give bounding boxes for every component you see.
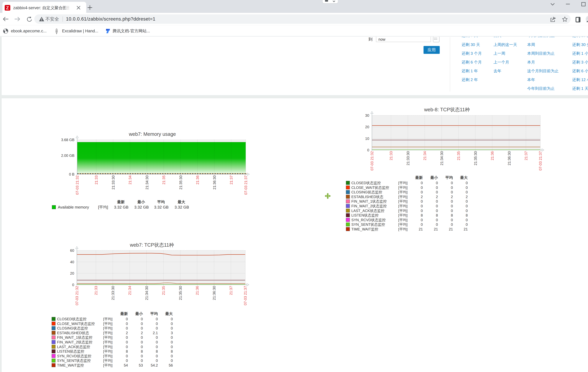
svg-text:21:34:30: 21:34:30: [145, 286, 149, 300]
svg-text:[平均]: [平均]: [103, 354, 112, 358]
svg-text:0: 0: [156, 322, 158, 326]
svg-text:0: 0: [451, 190, 453, 194]
svg-text:3.32 GB: 3.32 GB: [154, 205, 168, 209]
svg-text:21:36:30: 21:36:30: [507, 151, 511, 165]
svg-text:21: 21: [449, 227, 453, 231]
svg-text:0: 0: [436, 222, 438, 227]
svg-text:2: 2: [421, 195, 423, 199]
svg-text:0: 0: [421, 222, 423, 227]
svg-text:07-03 21:37: 07-03 21:37: [243, 286, 247, 305]
svg-text:0: 0: [126, 335, 128, 340]
svg-text:0: 0: [436, 181, 438, 185]
svg-text:53: 53: [139, 363, 143, 367]
svg-text:07-03 21:32: 07-03 21:32: [75, 176, 79, 195]
svg-text:8: 8: [141, 349, 143, 353]
svg-text:[平均]: [平均]: [398, 186, 408, 190]
svg-text:CLOSING状态监控: CLOSING状态监控: [351, 190, 382, 194]
svg-text:TIME_WAIT监控: TIME_WAIT监控: [57, 363, 84, 367]
svg-text:0: 0: [466, 218, 468, 222]
svg-text:0: 0: [156, 354, 158, 358]
svg-text:07-03 21:32: 07-03 21:32: [370, 151, 374, 171]
svg-text:[平均]: [平均]: [103, 359, 112, 363]
svg-text:[平均]: [平均]: [103, 335, 112, 340]
svg-text:[平均]: [平均]: [103, 340, 112, 344]
svg-text:21:36: 21:36: [196, 176, 200, 185]
svg-text:0: 0: [436, 209, 438, 213]
svg-text:20: 20: [365, 125, 369, 129]
svg-text:21: 21: [464, 227, 468, 231]
svg-text:[平均]: [平均]: [398, 204, 408, 208]
svg-text:21:37: 21:37: [229, 286, 233, 295]
svg-text:21: 21: [434, 227, 438, 231]
svg-text:LISTEN状态监控: LISTEN状态监控: [57, 349, 84, 353]
svg-text:CLOSED状态监控: CLOSED状态监控: [57, 317, 86, 321]
svg-text:0: 0: [156, 340, 158, 344]
svg-text:21:35:30: 21:35:30: [178, 286, 182, 300]
svg-text:10: 10: [365, 136, 369, 141]
svg-text:最新: 最新: [415, 176, 423, 180]
svg-text:0: 0: [451, 209, 453, 213]
svg-text:2: 2: [436, 195, 438, 199]
svg-text:0 B: 0 B: [69, 172, 74, 176]
svg-text:2: 2: [141, 331, 143, 335]
svg-text:21:36: 21:36: [195, 286, 199, 295]
svg-text:21:33: 21:33: [94, 176, 98, 185]
svg-text:0: 0: [156, 317, 158, 321]
svg-text:21:35:30: 21:35:30: [473, 151, 478, 165]
svg-text:8: 8: [451, 213, 453, 217]
svg-text:0: 0: [156, 326, 158, 330]
svg-text:0: 0: [141, 317, 143, 321]
svg-text:0: 0: [141, 322, 143, 326]
svg-text:[平均]: [平均]: [398, 195, 408, 199]
svg-text:21:37: 21:37: [524, 151, 528, 160]
svg-text:平均: 平均: [445, 176, 453, 180]
svg-text:20: 20: [70, 271, 74, 275]
svg-text:0: 0: [171, 359, 173, 363]
svg-text:FIN_WAIT_1状态监控: FIN_WAIT_1状态监控: [57, 335, 93, 340]
svg-text:0: 0: [126, 322, 128, 326]
svg-text:0: 0: [171, 326, 173, 330]
svg-text:21: 21: [419, 227, 423, 231]
svg-text:0: 0: [466, 190, 468, 194]
svg-text:最新: 最新: [117, 200, 125, 204]
svg-text:[平均]: [平均]: [398, 190, 408, 194]
svg-text:21:33:30: 21:33:30: [406, 151, 410, 165]
svg-text:[平均]: [平均]: [103, 349, 112, 353]
svg-text:SYN_SENT状态监控: SYN_SENT状态监控: [351, 222, 385, 227]
svg-text:0: 0: [436, 218, 438, 222]
svg-text:[平均]: [平均]: [103, 345, 112, 349]
svg-text:ESTABLISHED状态: ESTABLISHED状态: [57, 331, 89, 335]
svg-text:2.1: 2.1: [153, 331, 158, 335]
svg-text:web-8: TCP状态11种: web-8: TCP状态11种: [424, 107, 470, 112]
svg-text:[平均]: [平均]: [398, 209, 408, 213]
svg-text:30: 30: [365, 114, 369, 117]
svg-text:0: 0: [171, 317, 173, 321]
svg-text:0: 0: [466, 199, 468, 203]
svg-text:3: 3: [171, 331, 173, 335]
svg-text:8: 8: [171, 349, 173, 353]
svg-text:0: 0: [126, 317, 128, 321]
svg-text:0: 0: [171, 335, 173, 340]
svg-text:0: 0: [126, 326, 128, 330]
svg-text:LISTEN状态监控: LISTEN状态监控: [351, 213, 378, 217]
svg-text:0: 0: [156, 359, 158, 363]
svg-text:21:37: 21:37: [229, 176, 233, 185]
svg-text:ESTABLISHED状态: ESTABLISHED状态: [351, 195, 383, 199]
svg-text:07-03 21:37: 07-03 21:37: [244, 176, 248, 195]
svg-text:0: 0: [156, 345, 158, 349]
svg-text:0: 0: [141, 354, 143, 358]
svg-text:0: 0: [367, 148, 369, 152]
svg-text:平均: 平均: [150, 311, 158, 316]
svg-text:[平均]: [平均]: [98, 205, 108, 209]
svg-text:21:33:30: 21:33:30: [111, 286, 115, 300]
svg-text:0: 0: [466, 222, 468, 227]
svg-text:0: 0: [156, 335, 158, 340]
svg-text:21:34:30: 21:34:30: [145, 176, 149, 189]
svg-text:0: 0: [466, 186, 468, 190]
svg-text:最新: 最新: [120, 311, 128, 316]
svg-text:0: 0: [436, 186, 438, 190]
svg-text:21:35: 21:35: [457, 151, 461, 160]
svg-text:3.32 GB: 3.32 GB: [175, 205, 189, 209]
svg-text:54: 54: [124, 363, 128, 367]
svg-text:21:34: 21:34: [128, 176, 132, 185]
